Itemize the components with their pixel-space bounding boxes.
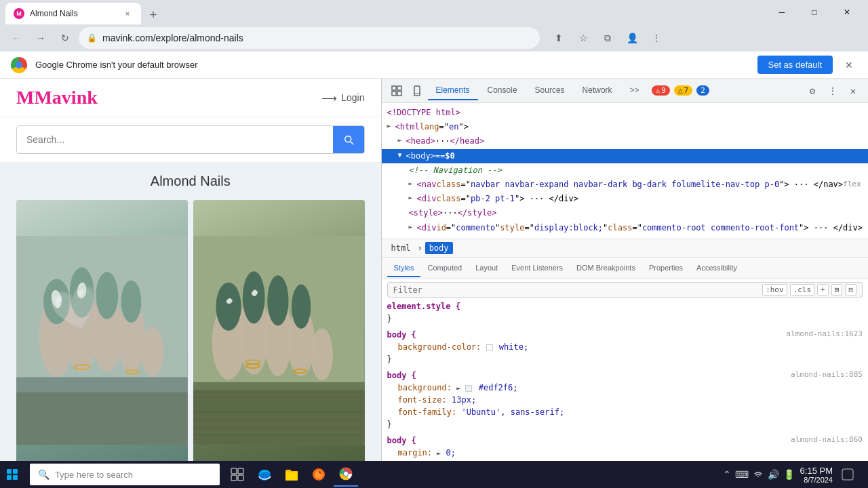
style-tab-layout[interactable]: Layout [469,260,505,277]
devtools-inspect-button[interactable] [387,81,406,100]
clock-time: 6:15 PM [800,466,833,476]
windows-logo[interactable] [0,462,24,487]
style-tab-dom-breakpoints[interactable]: DOM Breakpoints [570,260,642,277]
system-clock[interactable]: 6:15 PM 8/7/2024 [800,466,833,484]
tray-icons: ⌃ ⌨ 🔊 🔋 [723,468,795,481]
share-button[interactable]: ⬆ [548,27,570,49]
devtools-tab-sources[interactable]: Sources [527,81,573,100]
warn-badge[interactable]: △ 7 [674,85,692,96]
error-badge[interactable]: ⚠ 9 [652,85,670,96]
dom-line-comment[interactable]: <!-- Navigation --> [382,163,869,178]
edge-browser-icon[interactable] [252,462,277,487]
active-tab[interactable]: M Almond Nails × [5,3,141,24]
style-tab-properties[interactable]: Properties [642,260,690,277]
html-tag: <html [395,121,420,134]
add-style-btn[interactable]: + [817,284,829,296]
address-bar[interactable]: 🔒 mavink.com/explore/almond-nails [79,27,540,49]
bg-arrow[interactable]: ► [456,384,460,392]
svg-rect-44 [238,468,243,474]
style-tab-accessibility[interactable]: Accessibility [690,260,744,277]
commento-triangle[interactable]: ► [409,222,417,230]
margin-arrow[interactable]: ► [437,449,441,457]
div1-triangle[interactable]: ► [409,192,417,201]
splitscreen-button[interactable]: ⧉ [597,27,618,49]
rule-source-1[interactable]: almond-nails:1623 [786,329,863,340]
close-button[interactable]: ✕ [831,1,863,23]
cls-filter-btn[interactable]: .cls [790,284,815,296]
bookmark-button[interactable]: ☆ [572,27,594,49]
search-bar [16,125,365,154]
forward-button[interactable]: → [30,27,52,49]
devtools-more-button[interactable]: ⋮ [823,81,842,100]
dom-line-commento[interactable]: ► <div id =" commento " style =" display… [382,221,869,235]
tray-up-arrow[interactable]: ⌃ [723,469,731,480]
dom-line-doctype[interactable]: <!DOCTYPE html> [382,106,869,120]
tray-battery-icon[interactable]: 🔋 [783,469,795,480]
reload-button[interactable]: ↻ [54,27,76,49]
search-input[interactable] [17,127,333,152]
tab-close-button[interactable]: × [122,8,133,19]
doctype-tag: <!DOCTYPE html> [387,106,460,119]
rule-source-3[interactable]: almond-nails:860 [791,434,863,446]
firefox-icon[interactable] [307,462,331,487]
head-tag: <head> [406,135,435,148]
devtools-mobile-button[interactable] [408,81,427,100]
window-controls: ─ □ ✕ [766,1,863,23]
search-section [0,117,381,163]
breadcrumb-html[interactable]: html [387,242,415,254]
body-triangle[interactable]: ▼ [398,150,406,158]
svg-point-23 [216,283,241,331]
rule-source-2[interactable]: almond-nails:885 [791,369,863,381]
style-tab-styles[interactable]: Styles [387,260,421,277]
banner-close-button[interactable]: ✕ [841,57,857,73]
taskbar-search[interactable]: 🔍 Type here to search [30,464,220,485]
html-triangle[interactable]: ► [387,121,395,129]
nav-triangle[interactable]: ► [409,178,417,186]
svg-point-24 [243,271,265,323]
svg-point-11 [50,289,63,309]
profile-button[interactable]: 👤 [621,27,643,49]
dom-line-style[interactable]: <style> ··· </style> [382,206,869,220]
dom-line-html[interactable]: ► <html lang =" en "> [382,120,869,134]
info-badge[interactable]: 2 [696,85,709,96]
svg-rect-38 [397,86,401,90]
search-button[interactable] [333,126,364,153]
back-button[interactable]: ← [5,27,27,49]
dom-line-div1[interactable]: ► <div class =" pb-2 pt-1 "> ··· </div> [382,192,869,206]
chrome-taskbar-icon[interactable] [334,462,358,487]
address-actions: ⬆ ☆ ⧉ 👤 ⋮ [548,27,667,49]
head-triangle[interactable]: ► [398,135,406,143]
style-tab-computed[interactable]: Computed [420,260,469,277]
white-swatch[interactable] [486,344,493,351]
tray-keyboard-icon[interactable]: ⌨ [735,469,749,480]
dom-line-body[interactable]: ▼ <body> == $0 [382,149,869,163]
devtools-settings-button[interactable]: ⚙ [803,81,822,100]
devtools-more-tabs[interactable]: >> [622,81,648,100]
tray-wifi-icon[interactable] [753,468,764,481]
breadcrumb-body[interactable]: body [425,242,453,254]
task-view-button[interactable] [225,462,250,487]
layout-view-btn[interactable]: ⊟ [845,284,856,296]
tray-volume-icon[interactable]: 🔊 [768,469,779,480]
grid-view-btn[interactable]: ⊞ [831,284,843,296]
devtools-tab-console[interactable]: Console [479,81,526,100]
filter-input[interactable] [393,285,763,295]
hover-filter-btn[interactable]: :hov [762,284,787,296]
maximize-button[interactable]: □ [799,1,830,23]
edf2f6-swatch[interactable] [465,385,472,392]
minimize-button[interactable]: ─ [766,1,797,23]
new-tab-button[interactable]: + [144,5,163,24]
taskbar-icons [225,462,358,487]
devtools-tab-elements[interactable]: Elements [428,81,478,100]
chrome-menu-button[interactable]: ⋮ [646,27,667,49]
notification-button[interactable] [838,465,857,484]
devtools-tab-network[interactable]: Network [574,81,620,100]
file-explorer-icon[interactable] [279,462,304,487]
address-bar-row: ← → ↻ 🔒 mavink.com/explore/almond-nails … [0,24,868,52]
dom-line-nav[interactable]: ► <nav class =" navbar navbar-expand nav… [382,178,869,192]
dom-line-head[interactable]: ► <head> ··· </head> [382,134,869,148]
login-button[interactable]: ⟶ Login [321,92,364,104]
style-tab-event-listeners[interactable]: Event Listeners [505,260,570,277]
set-as-default-button[interactable]: Set as default [757,56,833,74]
devtools-close-button[interactable]: ✕ [844,81,863,100]
